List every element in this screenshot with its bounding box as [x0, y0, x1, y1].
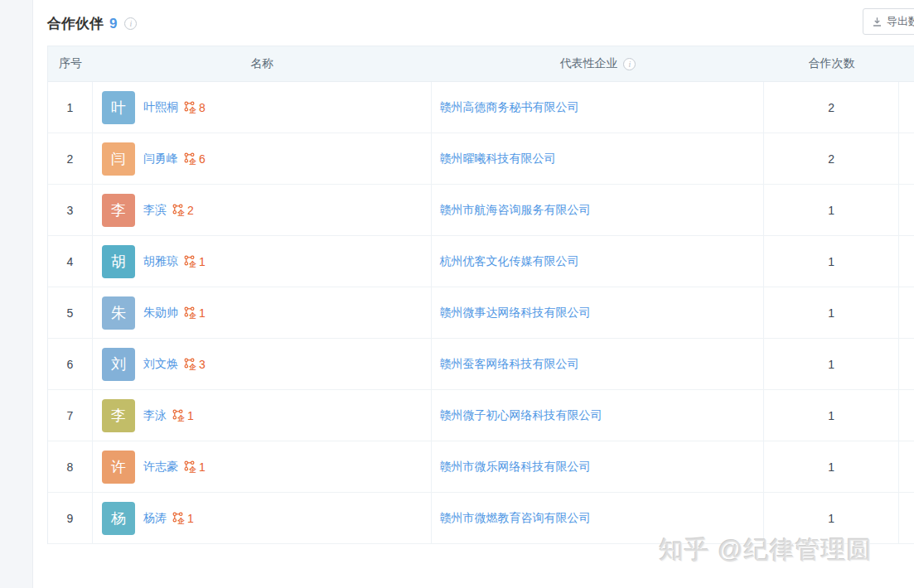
svg-text:企: 企 [188, 260, 196, 267]
table-row: 8 许 许志豪 企 1 赣州市微乐网络科技有限公司 [48, 441, 914, 493]
company-link[interactable]: 杭州优客文化传媒有限公司 [440, 254, 579, 269]
avatar: 李 [102, 399, 135, 432]
related-companies-badge[interactable]: 企 1 [172, 512, 194, 525]
partner-name-link[interactable]: 胡雅琼 [143, 254, 178, 269]
avatar: 胡 [102, 245, 135, 278]
company-link[interactable]: 赣州蚕客网络科技有限公司 [440, 357, 579, 372]
table-header-row: 序号 名称 代表性企业 i 合作次数 [48, 46, 914, 82]
related-companies-count: 3 [199, 358, 206, 371]
row-index: 3 [67, 204, 74, 217]
cell-index: 9 [48, 493, 93, 543]
company-graph-icon: 企 [172, 204, 185, 216]
related-companies-badge[interactable]: 企 1 [172, 409, 194, 422]
cell-company: 赣州蚕客网络科技有限公司 [432, 339, 765, 389]
export-button[interactable]: 导出数据 [863, 8, 914, 35]
cell-count: 1 [764, 441, 899, 492]
company-link[interactable]: 赣州微子初心网络科技有限公司 [440, 408, 602, 423]
cell-extra [899, 133, 914, 184]
company-link[interactable]: 赣州微事达网络科技有限公司 [440, 306, 591, 321]
row-index: 6 [67, 358, 74, 371]
info-icon[interactable]: i [124, 17, 137, 30]
cell-index: 5 [48, 287, 93, 338]
header-name: 名称 [93, 56, 432, 71]
partner-name-link[interactable]: 许志豪 [143, 460, 178, 475]
partner-name-link[interactable]: 闫勇峰 [143, 152, 178, 166]
table-row: 5 朱 朱勋帅 企 1 赣州微事达网络科技有限公司 [48, 287, 914, 339]
cell-extra [899, 287, 914, 338]
cell-name: 胡 胡雅琼 企 1 [93, 236, 432, 287]
related-companies-count: 1 [199, 306, 206, 320]
table-body: 1 叶 叶熙桐 企 8 赣州高德商务秘书有限公司 [48, 82, 914, 544]
related-companies-badge[interactable]: 企 1 [184, 255, 206, 268]
cell-name: 许 许志豪 企 1 [93, 441, 432, 492]
company-link[interactable]: 赣州市航海咨询服务有限公司 [440, 203, 591, 218]
header-count: 合作次数 [764, 56, 899, 71]
company-graph-icon: 企 [184, 460, 196, 473]
cell-name: 李 李滨 企 2 [93, 185, 432, 235]
svg-text:企: 企 [188, 363, 196, 370]
partner-name-link[interactable]: 朱勋帅 [143, 306, 178, 321]
cell-company: 赣州高德商务秘书有限公司 [432, 82, 765, 133]
section-header: 合作伙伴 9 i [47, 14, 137, 33]
company-graph-icon: 企 [184, 152, 196, 165]
cell-name: 李 李泳 企 1 [93, 390, 432, 441]
avatar-initial: 闫 [111, 149, 126, 169]
svg-text:企: 企 [188, 157, 196, 165]
cooperation-count: 1 [828, 358, 834, 371]
cell-company: 赣州微事达网络科技有限公司 [432, 287, 765, 338]
cell-company: 赣州市微乐网络科技有限公司 [432, 441, 765, 492]
left-sidebar-strip [0, 0, 33, 588]
cell-index: 8 [48, 441, 93, 492]
company-graph-icon: 企 [172, 409, 185, 422]
cell-extra [899, 441, 914, 492]
avatar: 刘 [102, 348, 135, 381]
cell-name: 闫 闫勇峰 企 6 [93, 133, 432, 184]
partner-name-link[interactable]: 李泳 [143, 408, 167, 423]
header-company: 代表性企业 i [432, 56, 765, 71]
related-companies-badge[interactable]: 企 6 [184, 152, 206, 166]
info-icon[interactable]: i [623, 58, 636, 70]
table-row: 2 闫 闫勇峰 企 6 赣州曜曦科技有限公司 2 [48, 133, 914, 185]
related-companies-badge[interactable]: 企 2 [172, 204, 194, 217]
related-companies-badge[interactable]: 企 1 [184, 306, 206, 320]
cell-extra [899, 236, 914, 287]
table-row: 7 李 李泳 企 1 赣州微子初心网络科技有限公司 [48, 390, 914, 441]
company-link[interactable]: 赣州市微燃教育咨询有限公司 [440, 511, 591, 526]
avatar-initial: 杨 [111, 508, 126, 528]
cell-count: 1 [764, 287, 899, 338]
table-row: 4 胡 胡雅琼 企 1 杭州优客文化传媒有限公司 [48, 236, 914, 287]
avatar: 杨 [102, 502, 135, 535]
company-link[interactable]: 赣州曜曦科技有限公司 [440, 152, 556, 166]
cell-company: 赣州曜曦科技有限公司 [432, 133, 765, 184]
partner-name-link[interactable]: 叶熙桐 [143, 100, 178, 115]
cell-name: 朱 朱勋帅 企 1 [93, 287, 432, 338]
table-row: 1 叶 叶熙桐 企 8 赣州高德商务秘书有限公司 [48, 82, 914, 133]
related-companies-count: 1 [187, 512, 194, 525]
company-link[interactable]: 赣州市微乐网络科技有限公司 [440, 460, 591, 475]
row-index: 7 [67, 409, 74, 422]
company-link[interactable]: 赣州高德商务秘书有限公司 [440, 100, 579, 115]
related-companies-badge[interactable]: 企 8 [184, 101, 206, 114]
cell-extra [899, 82, 914, 133]
cell-index: 7 [48, 390, 93, 441]
cell-name: 刘 刘文焕 企 3 [93, 339, 432, 389]
related-companies-badge[interactable]: 企 1 [184, 460, 206, 474]
related-companies-badge[interactable]: 企 3 [184, 358, 206, 371]
table-row: 6 刘 刘文焕 企 3 赣州蚕客网络科技有限公司 [48, 339, 914, 390]
partner-name-link[interactable]: 刘文焕 [143, 357, 178, 372]
row-index: 1 [67, 101, 74, 114]
partner-name-link[interactable]: 李滨 [143, 203, 167, 218]
cell-index: 4 [48, 236, 93, 287]
avatar: 朱 [102, 296, 135, 330]
svg-text:企: 企 [177, 517, 185, 524]
cell-company: 赣州市航海咨询服务有限公司 [432, 185, 765, 235]
row-index: 5 [67, 306, 74, 320]
cell-count: 1 [764, 390, 899, 441]
row-index: 9 [67, 512, 74, 525]
cooperation-count: 1 [828, 306, 834, 320]
cooperation-count: 1 [828, 512, 834, 525]
partners-table: 序号 名称 代表性企业 i 合作次数 1 叶 叶熙桐 [47, 46, 914, 544]
partner-name-link[interactable]: 杨涛 [143, 511, 167, 526]
cooperation-count: 2 [828, 101, 834, 114]
cooperation-count: 2 [828, 152, 834, 166]
